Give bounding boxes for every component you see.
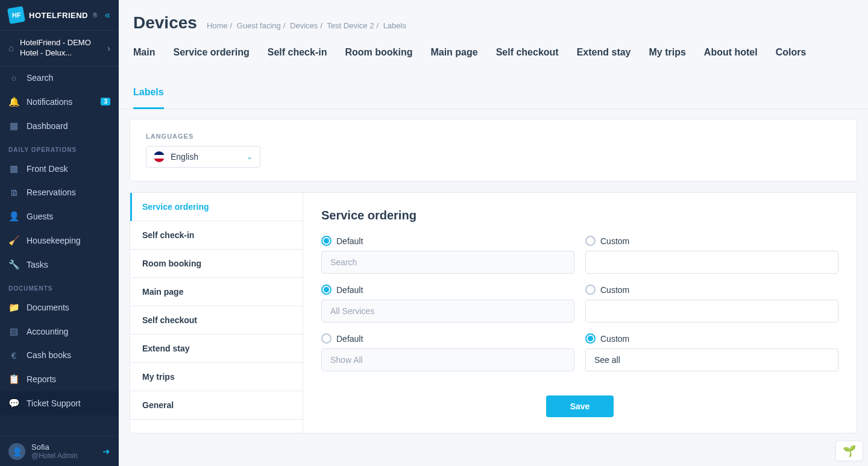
crumb-devices[interactable]: Devices <box>290 21 318 30</box>
wrench-icon: 🔧 <box>8 259 19 270</box>
vertical-tabs: Service ordering Self check-in Room book… <box>130 193 303 433</box>
logout-icon[interactable]: ➜ <box>102 446 110 457</box>
save-button[interactable]: Save <box>546 395 614 417</box>
main-content: Devices Home/ Guest facing/ Devices/ Tes… <box>119 0 868 466</box>
language-name: English <box>171 152 241 162</box>
tab-main[interactable]: Main <box>133 47 155 69</box>
custom-input-2[interactable] <box>585 300 838 323</box>
chevron-right-icon: › <box>107 43 110 53</box>
vtab-self-checkout[interactable]: Self checkout <box>130 306 303 335</box>
custom-input-1[interactable] <box>585 251 838 274</box>
default-input-1 <box>321 251 574 274</box>
user-role: @Hotel Admin <box>31 452 96 460</box>
tab-labels[interactable]: Labels <box>133 87 164 109</box>
nav-tasks[interactable]: 🔧Tasks <box>0 253 119 277</box>
radio-custom-3[interactable] <box>585 333 596 344</box>
vtab-main-page[interactable]: Main page <box>130 278 303 306</box>
nav-guests[interactable]: 👤Guests <box>0 204 119 228</box>
nav-notifications[interactable]: 🔔 Notifications 3 <box>0 90 119 114</box>
user-name: Sofia <box>31 442 96 452</box>
brand-logo[interactable]: HF HOTELFRIEND ® <box>8 7 97 23</box>
file-icon: 🗎 <box>8 187 19 198</box>
nav-documents[interactable]: 📁Documents <box>0 295 119 320</box>
vtab-general[interactable]: General <box>130 391 303 420</box>
tab-main-page[interactable]: Main page <box>430 47 477 69</box>
corner-widget[interactable]: 🌱 <box>835 441 863 461</box>
folder-icon: 📁 <box>8 302 19 313</box>
radio-custom-2[interactable] <box>585 285 596 295</box>
vtab-service-ordering[interactable]: Service ordering <box>130 193 303 221</box>
sidebar-scroll: ○ Search 🔔 Notifications 3 ▦ Dashboard D… <box>0 66 119 436</box>
euro-icon: € <box>8 350 19 361</box>
nav-reports[interactable]: 📋Reports <box>0 367 119 391</box>
crumb-labels: Labels <box>383 21 406 30</box>
page-header: Devices Home/ Guest facing/ Devices/ Tes… <box>119 0 868 33</box>
tab-extend-stay[interactable]: Extend stay <box>577 47 631 69</box>
calendar-icon: ▦ <box>8 163 19 174</box>
default-input-2 <box>321 300 574 323</box>
languages-label: LANGUAGES <box>146 133 841 140</box>
vtab-extend-stay[interactable]: Extend stay <box>130 335 303 363</box>
default-input-3 <box>321 348 574 371</box>
custom-label: Custom <box>600 236 629 246</box>
clipboard-icon: 📋 <box>8 374 19 385</box>
radio-default-1[interactable] <box>321 236 332 246</box>
dashboard-icon: ▦ <box>8 121 19 131</box>
form-title: Service ordering <box>321 209 838 222</box>
logo-cube-icon: HF <box>7 6 25 24</box>
label-row-1: Default Custom <box>321 236 838 274</box>
tab-service-ordering[interactable]: Service ordering <box>173 47 249 69</box>
vtab-room-booking[interactable]: Room booking <box>130 250 303 278</box>
tab-my-trips[interactable]: My trips <box>649 47 686 69</box>
collapse-sidebar-icon[interactable]: « <box>105 10 110 20</box>
radio-default-3[interactable] <box>321 333 332 344</box>
crumb-home[interactable]: Home <box>207 21 228 30</box>
radio-default-2[interactable] <box>321 285 332 295</box>
tab-self-checkout[interactable]: Self checkout <box>496 47 559 69</box>
sidebar: HF HOTELFRIEND ® « ⌂ HotelFriend - DEMO … <box>0 0 119 466</box>
chevron-down-icon: ⌄ <box>247 153 253 161</box>
crumb-guest-facing[interactable]: Guest facing <box>237 21 281 30</box>
nav-search[interactable]: ○ Search <box>0 66 119 90</box>
section-documents: DOCUMENTS <box>0 277 119 295</box>
crumb-test-device[interactable]: Test Device 2 <box>327 21 374 30</box>
default-label: Default <box>336 236 363 246</box>
sidebar-footer: 👤 Sofia @Hotel Admin ➜ <box>0 436 119 466</box>
hotel-name: HotelFriend - DEMO Hotel - Delux... <box>20 38 101 58</box>
chat-icon: 💬 <box>8 398 19 409</box>
bell-icon: 🔔 <box>8 96 19 107</box>
nav-dashboard[interactable]: ▦ Dashboard <box>0 114 119 138</box>
nav-reservations[interactable]: 🗎Reservations <box>0 181 119 204</box>
vtab-self-check-in[interactable]: Self check-in <box>130 221 303 250</box>
top-tabs: Main Service ordering Self check-in Room… <box>119 33 868 109</box>
vtab-my-trips[interactable]: My trips <box>130 363 303 391</box>
nav-housekeeping[interactable]: 🧹Housekeeping <box>0 228 119 253</box>
notification-badge: 3 <box>101 98 110 105</box>
label-row-2: Default Custom <box>321 285 838 323</box>
tab-self-check-in[interactable]: Self check-in <box>268 47 327 69</box>
broom-icon: 🧹 <box>8 235 19 246</box>
label-row-3: Default Custom <box>321 333 838 371</box>
form-area: Service ordering Default Custom <box>303 193 857 433</box>
radio-custom-1[interactable] <box>585 236 596 246</box>
tab-about-hotel[interactable]: About hotel <box>704 47 758 69</box>
section-daily-ops: DAILY OPERATIONS <box>0 138 119 157</box>
nav-accounting[interactable]: ▤Accounting <box>0 320 119 344</box>
leaf-icon: 🌱 <box>843 444 856 458</box>
nav-front-desk[interactable]: ▦Front Desk <box>0 157 119 181</box>
nav-cash-books[interactable]: €Cash books <box>0 344 119 367</box>
user-avatar[interactable]: 👤 <box>8 443 25 460</box>
nav-ticket-support[interactable]: 💬Ticket Support <box>0 391 119 415</box>
user-info: Sofia @Hotel Admin <box>31 442 96 460</box>
tab-room-booking[interactable]: Room booking <box>345 47 412 69</box>
page-title: Devices <box>133 13 197 33</box>
custom-input-3[interactable] <box>585 348 838 371</box>
flag-uk-icon <box>154 151 165 162</box>
tab-colors[interactable]: Colors <box>776 47 807 69</box>
language-card: LANGUAGES English ⌄ <box>130 119 857 181</box>
person-icon: 👤 <box>8 211 19 222</box>
language-select[interactable]: English ⌄ <box>146 146 260 168</box>
hotel-selector[interactable]: ⌂ HotelFriend - DEMO Hotel - Delux... › <box>0 31 119 66</box>
sidebar-header: HF HOTELFRIEND ® « <box>0 0 119 31</box>
search-icon: ○ <box>8 73 19 83</box>
